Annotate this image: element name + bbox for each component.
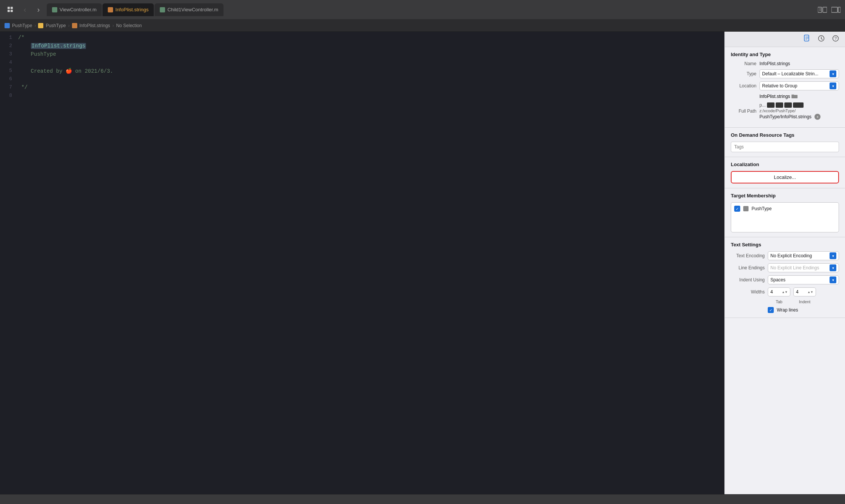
membership-checkbox[interactable]: ✓ [734, 206, 740, 212]
location-select-arrow: ▾ [830, 82, 836, 89]
line-num-8: 8 [0, 93, 18, 98]
blue-doc-icon [5, 23, 10, 28]
tab-child1-label: Child1ViewController.m [167, 7, 218, 12]
inspector-button[interactable] [831, 6, 840, 13]
path-block-1 [767, 102, 775, 108]
svg-rect-0 [8, 7, 10, 9]
indent-using-row: Indent Using Spaces ▾ [731, 275, 839, 284]
indent-using-value: Spaces [770, 277, 785, 283]
status-bar [0, 494, 845, 504]
path-partial: p... [759, 102, 766, 108]
document-icon-button[interactable] [804, 35, 810, 44]
tags-input[interactable] [731, 142, 839, 152]
code-editor[interactable]: 1 /* 2 InfoPlist.strings 3 PushType 4 5 … [0, 32, 724, 494]
breadcrumb-item-3[interactable]: No Selection [116, 23, 142, 28]
m-file-icon [52, 7, 57, 12]
breadcrumb-label-3: No Selection [116, 23, 142, 28]
tab-infoplist-label: InfoPlist.strings [115, 7, 148, 12]
on-demand-title: On Demand Resource Tags [731, 132, 839, 138]
location-field-row: Location Relative to Group ▾ [731, 81, 839, 90]
grid-icon-button[interactable] [5, 4, 17, 16]
code-line-5: 5 Created by 🍎 on 2021/6/3. [0, 68, 724, 76]
tab-infoplist[interactable]: InfoPlist.strings [103, 3, 154, 16]
line-content-7: */ [18, 84, 28, 90]
text-settings-section: Text Settings Text Encoding No Explicit … [725, 237, 845, 318]
type-label: Type [731, 71, 756, 76]
breadcrumb-sep-0: › [34, 23, 36, 28]
type-select-arrow: ▾ [830, 70, 836, 77]
text-settings-title: Text Settings [731, 242, 839, 247]
on-demand-section: On Demand Resource Tags [725, 128, 845, 157]
nav-forward-button[interactable]: › [33, 5, 44, 15]
text-encoding-select[interactable]: No Explicit Encoding ▾ [768, 251, 839, 260]
m-file-icon-2 [160, 7, 165, 12]
svg-rect-9 [831, 7, 837, 12]
filename-row: InfoPlist.strings [759, 93, 839, 99]
breadcrumb-sep-1: › [68, 23, 70, 28]
folder-browse-icon[interactable] [791, 93, 798, 99]
line-endings-select[interactable]: No Explicit Line Endings ▾ [768, 263, 839, 272]
clock-icon-button[interactable] [818, 35, 825, 43]
wrap-lines-checkbox[interactable]: ✓ [768, 307, 774, 313]
svg-text:?: ? [834, 36, 837, 41]
line-num-1: 1 [0, 35, 18, 40]
breadcrumb-item-2[interactable]: InfoPlist.strings [72, 23, 110, 28]
line-content-2: InfoPlist.strings [18, 43, 86, 49]
indent-using-select[interactable]: Spaces ▾ [768, 275, 839, 284]
question-icon-button[interactable]: ? [832, 35, 839, 43]
line-endings-label: Line Endings [731, 265, 765, 270]
svg-rect-2 [8, 10, 10, 12]
path-line3-row: PushType/InfoPlist.strings + [759, 114, 839, 120]
target-icon [743, 206, 749, 211]
type-select[interactable]: Default – Localizable Strin... ▾ [759, 69, 839, 78]
indent-col-label: Indent [793, 299, 816, 304]
indent-width-input[interactable]: 4 ▲▼ [793, 287, 816, 296]
highlighted-text: InfoPlist.strings [31, 43, 86, 49]
tab-viewcontroller-label: ViewController.m [60, 7, 96, 12]
name-value: InfoPlist.strings [759, 61, 839, 66]
code-line-4: 4 [0, 60, 724, 68]
path-block-4 [793, 102, 804, 108]
breadcrumb-label-0: PushType [12, 23, 32, 28]
tab-viewcontroller[interactable]: ViewController.m [47, 3, 102, 16]
tab-width-input[interactable]: 4 ▲▼ [768, 287, 790, 296]
tab-child1viewcontroller[interactable]: Child1ViewController.m [155, 3, 223, 16]
target-membership-title: Target Membership [731, 193, 839, 199]
line-content-1: /* [18, 35, 24, 41]
toolbar-left: ‹ › ViewController.m InfoPlist.strings C… [5, 3, 815, 16]
breadcrumb-sep-2: › [112, 23, 114, 28]
breadcrumb-label-2: InfoPlist.strings [80, 23, 110, 28]
line-content-5: Created by 🍎 on 2021/6/3. [18, 68, 113, 74]
breadcrumb-label-1: PushType [46, 23, 66, 28]
toolbar: ‹ › ViewController.m InfoPlist.strings C… [0, 0, 845, 20]
breadcrumb-item-1[interactable]: PushType [38, 23, 66, 28]
code-line-2: 2 InfoPlist.strings [0, 43, 724, 51]
strings-icon [72, 23, 77, 28]
indent-width-value: 4 [796, 289, 799, 295]
line-num-6: 6 [0, 76, 18, 82]
indent-using-label: Indent Using [731, 277, 765, 283]
main-content: 1 /* 2 InfoPlist.strings 3 PushType 4 5 … [0, 32, 845, 494]
editor-layout-button[interactable] [818, 6, 827, 13]
text-encoding-row: Text Encoding No Explicit Encoding ▾ [731, 251, 839, 260]
code-line-8: 8 [0, 93, 724, 101]
location-label: Location [731, 83, 756, 89]
widths-inputs: 4 ▲▼ 4 ▲▼ [768, 287, 816, 296]
location-select-value: Relative to Group [762, 83, 797, 89]
localize-button[interactable]: Localize... [731, 171, 839, 183]
line-num-4: 4 [0, 60, 18, 65]
tab-width-value: 4 [770, 289, 773, 295]
breadcrumb-item-0[interactable]: PushType [5, 23, 32, 28]
tab-width-stepper[interactable]: ▲▼ [782, 290, 788, 294]
location-select[interactable]: Relative to Group ▾ [759, 81, 839, 90]
tab-bar: ViewController.m InfoPlist.strings Child… [47, 3, 223, 16]
encoding-select-arrow: ▾ [830, 252, 836, 259]
wrap-lines-row: ✓ Wrap lines [768, 307, 839, 313]
code-line-1: 1 /* [0, 35, 724, 43]
svg-rect-5 [823, 7, 827, 12]
nav-back-button[interactable]: ‹ [20, 5, 30, 15]
svg-rect-3 [11, 10, 13, 12]
svg-rect-1 [11, 7, 13, 9]
indent-width-stepper[interactable]: ▲▼ [807, 290, 813, 294]
path-circle-button[interactable]: + [814, 114, 821, 120]
